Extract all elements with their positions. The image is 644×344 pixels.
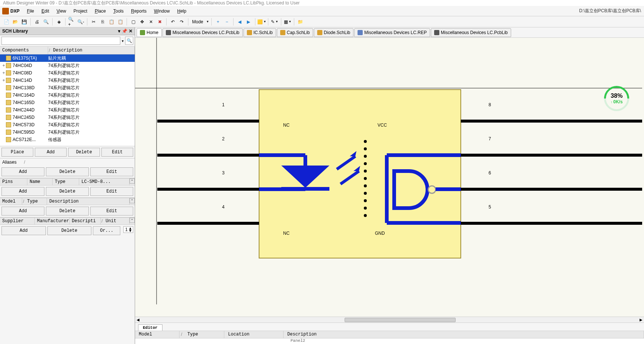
alias-add-button[interactable]: Add [1, 167, 44, 176]
preview-icon[interactable]: 🔍 [42, 18, 50, 26]
menu-project[interactable]: Project [70, 7, 91, 15]
collapse-icon[interactable]: ⌃ [130, 198, 135, 203]
nav-fwd-icon[interactable]: ▶ [245, 18, 253, 26]
scroll-right-icon[interactable]: ▶ [638, 318, 644, 322]
panel-menu-icon[interactable]: ▾ [118, 29, 120, 34]
tab-editor[interactable]: Editor [138, 324, 162, 331]
paste-special-icon[interactable]: 📋 [116, 18, 124, 26]
supplier-delete-button[interactable]: Delete [47, 226, 92, 235]
quantity-stepper[interactable]: 1 ▴▾ [123, 226, 133, 233]
supplier-add-button[interactable]: Add [1, 226, 46, 235]
open-icon[interactable]: 📂 [11, 18, 19, 26]
zoom-in-icon[interactable]: 🔍+ [68, 18, 76, 26]
list-item[interactable]: +74HC14D74系列逻辑芯片 [0, 77, 135, 84]
pin-delete-button[interactable]: Delete [46, 187, 89, 196]
panel-close-icon[interactable]: ✕ [129, 29, 133, 34]
tab-miscellaneous-devices-lc-pcblib[interactable]: Miscellaneous Devices LC.PcbLib [431, 28, 511, 37]
alias-delete-button[interactable]: Delete [46, 167, 89, 176]
tab-cap-schlib[interactable]: Cap.SchLib [277, 28, 313, 37]
folder-icon[interactable]: 📁 [296, 18, 305, 26]
col-description[interactable]: Description [51, 47, 135, 54]
aliases-header[interactable]: Aliases/ ⌃ [0, 158, 135, 166]
select-icon[interactable]: ▢ [129, 18, 137, 26]
menu-view[interactable]: View [53, 7, 70, 15]
tab-miscellaneous-devices-lc-rep[interactable]: Miscellaneous Devices LC.REP [354, 28, 430, 37]
redo-icon[interactable]: ↷ [178, 18, 186, 26]
model-delete-button[interactable]: Delete [46, 207, 89, 216]
col-model[interactable]: Model [135, 331, 180, 338]
alias-edit-button[interactable]: Edit [90, 167, 133, 176]
list-item[interactable]: 74HC164D74系列逻辑芯片 [0, 91, 135, 99]
move-icon[interactable]: ✥ [138, 18, 146, 26]
grid-icon[interactable]: ▦▼ [284, 18, 292, 26]
list-item[interactable]: +74HC08D74系列逻辑芯片 [0, 69, 135, 77]
list-item[interactable]: ACS712E...传感器 [0, 136, 135, 143]
delete-button[interactable]: Delete [68, 148, 100, 157]
undo-icon[interactable]: ↶ [169, 18, 177, 26]
svg-text:7: 7 [489, 136, 491, 141]
menu-help[interactable]: Help [174, 7, 190, 15]
pin-add-button[interactable]: Add [1, 187, 44, 196]
cut-icon[interactable]: ✂ [90, 18, 98, 26]
col-components[interactable]: Components [0, 47, 48, 54]
layers-icon[interactable]: ◈ [55, 18, 63, 26]
col-description-bottom[interactable]: Description [284, 331, 644, 338]
progress-rate: ↑ 0K/s [611, 99, 623, 104]
zoom-out-icon[interactable]: 🔍- [77, 18, 85, 26]
search-dropdown-icon[interactable]: ▾ [122, 39, 124, 43]
list-item[interactable]: 74HC138D74系列逻辑芯片 [0, 84, 135, 91]
remove-icon[interactable]: − [223, 18, 231, 26]
menu-file[interactable]: File [23, 7, 38, 15]
panel-pin-icon[interactable]: 📌 [122, 29, 127, 34]
menu-reports[interactable]: Reports [127, 7, 150, 15]
nav-back-icon[interactable]: ◀ [236, 18, 244, 26]
search-icon[interactable]: 🔍 [125, 37, 133, 45]
list-item[interactable]: 74HC245D74系列逻辑芯片 [0, 114, 135, 121]
col-type[interactable]: Type [184, 331, 224, 338]
search-input[interactable] [1, 37, 120, 45]
print-icon[interactable]: 🖨 [33, 18, 41, 26]
components-list[interactable]: 6N137S(TA)贴片光耦+74HC04D74系列逻辑芯片+74HC08D74… [0, 54, 135, 146]
supplier-order-button[interactable]: Or... [93, 226, 120, 235]
list-item[interactable]: 74HC595D74系列逻辑芯片 [0, 128, 135, 136]
horizontal-scrollbar[interactable]: ◀ ▶ [135, 317, 644, 323]
delete-icon[interactable]: ✖ [156, 18, 164, 26]
collapse-icon[interactable]: ⌃ [130, 218, 135, 223]
pin-edit-button[interactable]: Edit [90, 187, 133, 196]
collapse-icon[interactable]: ⌃ [130, 178, 135, 184]
menu-tools[interactable]: Tools [110, 7, 127, 15]
menu-dxp[interactable]: DXP [10, 9, 20, 14]
schematic-canvas[interactable]: 1 2 3 4 8 7 6 5 NC VCC NC GND [135, 38, 644, 317]
save-icon[interactable]: 💾 [20, 18, 28, 26]
scrollbar-thumb[interactable] [345, 318, 456, 322]
list-item[interactable]: 74HC573D74系列逻辑芯片 [0, 121, 135, 128]
break-icon[interactable]: ✕ [147, 18, 155, 26]
menu-place[interactable]: Place [91, 7, 110, 15]
tab-home[interactable]: Home [137, 28, 162, 37]
col-location[interactable]: Location [224, 331, 284, 338]
mode-dropdown-icon[interactable]: ▼ [206, 20, 209, 23]
tab-ic-schlib[interactable]: IC.SchLib [244, 28, 276, 37]
paste-icon[interactable]: 📋 [107, 18, 115, 26]
scroll-left-icon[interactable]: ◀ [135, 318, 141, 322]
add-button[interactable]: Add [35, 148, 67, 157]
copy-icon[interactable]: ⎘ [98, 18, 107, 26]
mode-label[interactable]: Mode [192, 19, 203, 24]
menu-edit[interactable]: Edit [38, 7, 53, 15]
new-icon[interactable]: 📄 [2, 18, 10, 26]
draw-icon[interactable]: ✎▼ [271, 18, 279, 26]
list-item[interactable]: 6N137S(TA)贴片光耦 [0, 54, 135, 62]
tab-miscellaneous-devices-lc-pcblib[interactable]: Miscellaneous Devices LC.PcbLib [162, 28, 243, 37]
list-item[interactable]: 74HC244D74系列逻辑芯片 [0, 106, 135, 114]
model-add-button[interactable]: Add [1, 207, 44, 216]
list-item[interactable]: +74HC04D74系列逻辑芯片 [0, 62, 135, 69]
add-icon[interactable]: + [214, 18, 222, 26]
edit-button[interactable]: Edit [101, 148, 133, 157]
svg-text:5: 5 [489, 204, 491, 210]
place-part-icon[interactable]: 🟨▼ [258, 18, 266, 26]
menu-window[interactable]: Window [150, 7, 174, 15]
tab-diode-schlib[interactable]: Diode.SchLib [314, 28, 353, 37]
list-item[interactable]: 74HC165D74系列逻辑芯片 [0, 99, 135, 106]
place-button[interactable]: Place [1, 148, 33, 157]
model-edit-button[interactable]: Edit [90, 207, 133, 216]
